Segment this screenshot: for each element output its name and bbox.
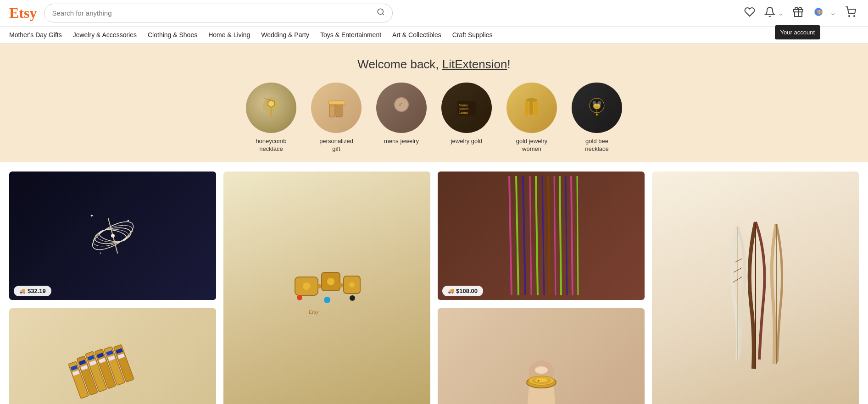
notifications-button[interactable] <box>762 5 786 22</box>
main-nav: Mother's Day Gifts Jewelry & Accessories… <box>0 27 868 44</box>
nav-item-toys[interactable]: Toys & Entertainment <box>320 31 381 39</box>
category-item-gold-women[interactable]: gold jewelrywomen <box>506 83 557 153</box>
svg-point-41 <box>111 234 115 238</box>
svg-point-28 <box>526 98 537 102</box>
category-circles: honeycombnecklace Sale personalizedgift <box>9 83 859 153</box>
mens-jewelry-image: ♂ <box>385 92 417 124</box>
svg-line-58 <box>516 176 518 295</box>
category-circle-personalized: Sale <box>311 83 362 133</box>
cart-icon <box>845 6 856 17</box>
svg-text:Sale: Sale <box>330 104 337 107</box>
svg-text:●: ● <box>537 378 540 383</box>
category-circle-honeycomb <box>246 83 296 133</box>
gold-bee-necklace-image <box>581 92 613 124</box>
search-input[interactable] <box>52 9 377 17</box>
gift-icon <box>793 6 804 17</box>
svg-text:✦: ✦ <box>99 252 101 255</box>
nav-item-mothers-day[interactable]: Mother's Day Gifts <box>9 31 62 39</box>
svg-line-1 <box>383 13 384 15</box>
chevron-down-icon <box>778 12 784 17</box>
products-grid: ✦ ✦ ✦ 🚚 $32.19 <box>0 162 868 404</box>
bell-icon <box>764 6 775 17</box>
nav-item-wedding[interactable]: Wedding & Party <box>261 31 309 39</box>
nav-item-clothing[interactable]: Clothing & Shoes <box>148 31 197 39</box>
svg-text:🎨: 🎨 <box>817 9 823 15</box>
category-item-personalized[interactable]: Sale personalizedgift <box>311 83 362 153</box>
svg-point-7 <box>849 16 850 17</box>
product-3-image <box>495 176 587 295</box>
svg-line-60 <box>530 176 531 295</box>
product-1-price: 🚚 $32.19 <box>14 286 51 296</box>
product-card-6[interactable]: ● <box>438 308 645 404</box>
username: LitExtension <box>442 57 507 71</box>
category-label-personalized: personalizedgift <box>319 138 353 153</box>
product-card-5[interactable] <box>9 308 216 404</box>
svg-text:✦: ✦ <box>127 219 130 223</box>
cart-button[interactable] <box>842 5 859 22</box>
account-button[interactable]: 🎨 Your account <box>810 5 839 22</box>
product-2-image: Etsy <box>281 240 373 369</box>
svg-line-66 <box>566 176 567 295</box>
header-icons: 🎨 Your account <box>741 5 859 22</box>
gift-button[interactable] <box>790 5 807 22</box>
nav-item-craft[interactable]: Craft Supplies <box>452 31 493 39</box>
svg-text:Mama: Mama <box>459 104 468 107</box>
nav-item-jewelry[interactable]: Jewelry & Accessories <box>73 31 137 39</box>
svg-point-53 <box>297 295 302 300</box>
product-5-image <box>67 313 159 404</box>
svg-point-48 <box>303 282 310 290</box>
product-card-2[interactable]: Etsy 🚚 $3,879.99 <box>223 172 430 404</box>
svg-rect-25 <box>525 101 529 116</box>
category-circle-mens: ♂ <box>376 83 427 133</box>
svg-line-57 <box>509 176 512 295</box>
search-button[interactable] <box>377 8 385 18</box>
category-circle-goldbee <box>572 83 622 133</box>
svg-line-67 <box>571 176 573 295</box>
svg-point-49 <box>327 278 334 285</box>
product-card-1[interactable]: ✦ ✦ ✦ 🚚 $32.19 <box>9 172 216 301</box>
svg-text:Etsy: Etsy <box>309 309 319 315</box>
category-item-mens[interactable]: ♂ mens jewelry <box>376 83 427 153</box>
honeycomb-necklace-image <box>255 92 287 124</box>
heart-icon <box>744 6 755 17</box>
jewelry-gold-image: Mama Robert James <box>451 92 483 124</box>
search-icon <box>377 8 385 16</box>
svg-point-51 <box>317 284 321 288</box>
category-item-honeycomb[interactable]: honeycombnecklace <box>246 83 296 153</box>
nav-item-home[interactable]: Home & Living <box>208 31 250 39</box>
svg-text:Robert: Robert <box>459 107 468 111</box>
category-circle-gold-women <box>506 83 557 133</box>
category-label-honeycomb: honeycombnecklace <box>256 138 286 153</box>
gold-jewelry-women-image <box>516 92 548 124</box>
svg-point-54 <box>324 297 330 303</box>
product-card-3[interactable]: 🚚 $108.00 <box>438 172 645 301</box>
category-label-gold: jewelry gold <box>451 138 483 145</box>
svg-line-72 <box>735 259 742 262</box>
svg-line-59 <box>523 176 525 295</box>
svg-text:James: James <box>459 111 468 114</box>
header: Etsy <box>0 0 868 27</box>
nav-item-art[interactable]: Art & Collectibles <box>392 31 441 39</box>
svg-point-100 <box>535 366 548 374</box>
svg-text:♂: ♂ <box>398 100 403 108</box>
category-item-gold[interactable]: Mama Robert James jewelry gold <box>441 83 492 153</box>
svg-line-63 <box>548 176 550 295</box>
svg-line-65 <box>560 176 561 295</box>
shipping-icon: 🚚 <box>19 288 26 294</box>
product-6-image: ● <box>495 313 587 404</box>
etsy-logo[interactable]: Etsy <box>9 5 37 22</box>
svg-line-68 <box>577 176 578 295</box>
search-bar <box>44 4 393 22</box>
svg-point-11 <box>270 113 273 116</box>
svg-line-61 <box>536 176 538 295</box>
category-item-goldbee[interactable]: gold beenecklace <box>572 83 622 153</box>
svg-point-52 <box>339 283 343 288</box>
svg-point-8 <box>854 16 855 17</box>
favorites-button[interactable] <box>741 5 758 22</box>
avatar-icon: 🎨 <box>813 7 828 17</box>
product-card-4[interactable]: 🚚 $68.00 <box>652 172 859 404</box>
category-label-goldbee: gold beenecklace <box>585 138 608 153</box>
svg-point-33 <box>596 114 598 116</box>
category-label-mens: mens jewelry <box>384 138 419 145</box>
product-4-image <box>710 213 801 396</box>
